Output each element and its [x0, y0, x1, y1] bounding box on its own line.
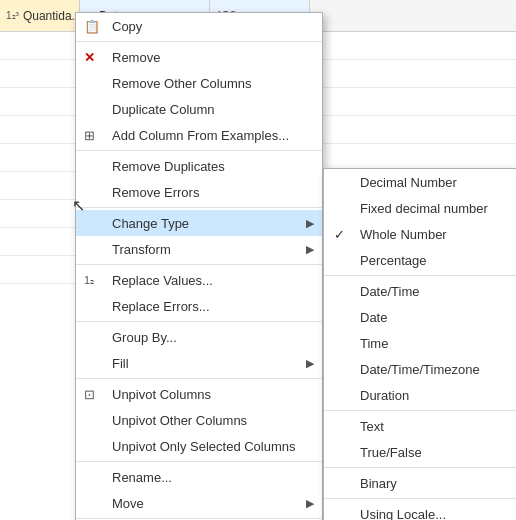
- context-menu: 📋 Copy ✕ Remove Remove Other Columns Dup…: [75, 12, 323, 520]
- menu-item-remove-dupes-label: Remove Duplicates: [112, 159, 225, 174]
- submenu-item-datetime[interactable]: Date/Time: [324, 278, 516, 304]
- menu-item-fill-label: Fill: [112, 356, 129, 371]
- cell-quantity: [0, 116, 80, 143]
- submenu-item-truefalse[interactable]: True/False: [324, 439, 516, 465]
- submenu-item-time[interactable]: Time: [324, 330, 516, 356]
- submenu-item-duration[interactable]: Duration: [324, 382, 516, 408]
- submenu-item-datetime-label: Date/Time: [360, 284, 419, 299]
- menu-item-unpivot-other-label: Unpivot Other Columns: [112, 413, 247, 428]
- menu-item-remove-other[interactable]: Remove Other Columns: [76, 70, 322, 96]
- menu-item-add-column-label: Add Column From Examples...: [112, 128, 289, 143]
- submenu-item-truefalse-label: True/False: [360, 445, 422, 460]
- menu-item-remove-other-label: Remove Other Columns: [112, 76, 251, 91]
- submenu-item-whole-label: Whole Number: [360, 227, 447, 242]
- submenu-item-decimal-label: Decimal Number: [360, 175, 457, 190]
- menu-item-group-by[interactable]: Group By...: [76, 324, 322, 350]
- submenu-item-fixed-decimal[interactable]: Fixed decimal number: [324, 195, 516, 221]
- menu-item-move[interactable]: Move ▶: [76, 490, 322, 516]
- submenu-item-percentage[interactable]: Percentage: [324, 247, 516, 273]
- menu-item-copy[interactable]: 📋 Copy: [76, 13, 322, 39]
- menu-item-duplicate[interactable]: Duplicate Column: [76, 96, 322, 122]
- submenu-item-duration-label: Duration: [360, 388, 409, 403]
- cell-quantity: [0, 256, 80, 283]
- cell-quantity: [0, 144, 80, 171]
- menu-separator: [76, 150, 322, 151]
- menu-item-add-column[interactable]: ⊞ Add Column From Examples...: [76, 122, 322, 148]
- submenu-item-decimal[interactable]: Decimal Number: [324, 169, 516, 195]
- menu-item-change-type-label: Change Type: [112, 216, 189, 231]
- menu-item-remove-errors-label: Remove Errors: [112, 185, 199, 200]
- menu-item-duplicate-label: Duplicate Column: [112, 102, 215, 117]
- submenu-item-time-label: Time: [360, 336, 388, 351]
- cell-quantity: [0, 88, 80, 115]
- menu-item-remove-errors[interactable]: Remove Errors: [76, 179, 322, 205]
- submenu-separator: [324, 410, 516, 411]
- cell-quantity: [0, 32, 80, 59]
- submenu-item-datetimezone[interactable]: Date/Time/Timezone: [324, 356, 516, 382]
- submenu-item-datetimezone-label: Date/Time/Timezone: [360, 362, 480, 377]
- menu-item-replace-errors-label: Replace Errors...: [112, 299, 210, 314]
- quantity-type-icon: 1₂³: [6, 10, 19, 21]
- unpivot-icon: ⊡: [84, 387, 95, 402]
- submenu-item-using-locale[interactable]: Using Locale...: [324, 501, 516, 520]
- menu-item-transform-label: Transform: [112, 242, 171, 257]
- col-header-quantity[interactable]: 1₂³ Quantida...: [0, 0, 80, 31]
- menu-item-replace-values-label: Replace Values...: [112, 273, 213, 288]
- menu-separator: [76, 321, 322, 322]
- submenu-item-date[interactable]: Date: [324, 304, 516, 330]
- menu-item-unpivot-label: Unpivot Columns: [112, 387, 211, 402]
- menu-separator: [76, 378, 322, 379]
- col-header-quantity-label: Quantida...: [23, 9, 80, 23]
- submenu-change-type: Decimal Number Fixed decimal number Whol…: [323, 168, 516, 520]
- submenu-separator: [324, 498, 516, 499]
- menu-item-remove[interactable]: ✕ Remove: [76, 44, 322, 70]
- menu-item-replace-errors[interactable]: Replace Errors...: [76, 293, 322, 319]
- change-type-arrow-icon: ▶: [306, 217, 314, 230]
- submenu-item-binary[interactable]: Binary: [324, 470, 516, 496]
- menu-separator: [76, 461, 322, 462]
- menu-separator: [76, 518, 322, 519]
- submenu-item-binary-label: Binary: [360, 476, 397, 491]
- menu-item-replace-values[interactable]: 1₂ Replace Values...: [76, 267, 322, 293]
- submenu-item-percentage-label: Percentage: [360, 253, 427, 268]
- menu-item-unpivot-other[interactable]: Unpivot Other Columns: [76, 407, 322, 433]
- cell-quantity: [0, 200, 80, 227]
- transform-arrow-icon: ▶: [306, 243, 314, 256]
- cell-quantity: [0, 228, 80, 255]
- menu-item-copy-label: Copy: [112, 19, 142, 34]
- submenu-item-using-locale-label: Using Locale...: [360, 507, 446, 521]
- submenu-item-date-label: Date: [360, 310, 387, 325]
- copy-icon: 📋: [84, 19, 100, 34]
- menu-item-group-by-label: Group By...: [112, 330, 177, 345]
- submenu-separator: [324, 275, 516, 276]
- remove-icon: ✕: [84, 50, 95, 65]
- menu-item-unpivot[interactable]: ⊡ Unpivot Columns: [76, 381, 322, 407]
- menu-item-fill[interactable]: Fill ▶: [76, 350, 322, 376]
- menu-item-change-type[interactable]: Change Type ▶: [76, 210, 322, 236]
- menu-separator: [76, 207, 322, 208]
- cell-quantity: [0, 172, 80, 199]
- add-column-icon: ⊞: [84, 128, 95, 143]
- menu-item-rename[interactable]: Rename...: [76, 464, 322, 490]
- menu-separator: [76, 41, 322, 42]
- menu-item-unpivot-selected[interactable]: Unpivot Only Selected Columns: [76, 433, 322, 459]
- fill-arrow-icon: ▶: [306, 357, 314, 370]
- submenu-item-text-label: Text: [360, 419, 384, 434]
- menu-item-transform[interactable]: Transform ▶: [76, 236, 322, 262]
- submenu-item-text[interactable]: Text: [324, 413, 516, 439]
- cell-quantity: [0, 60, 80, 87]
- menu-separator: [76, 264, 322, 265]
- menu-item-remove-dupes[interactable]: Remove Duplicates: [76, 153, 322, 179]
- submenu-separator: [324, 467, 516, 468]
- menu-item-unpivot-selected-label: Unpivot Only Selected Columns: [112, 439, 296, 454]
- submenu-item-whole[interactable]: Whole Number: [324, 221, 516, 247]
- submenu-item-fixed-decimal-label: Fixed decimal number: [360, 201, 488, 216]
- menu-item-remove-label: Remove: [112, 50, 160, 65]
- menu-item-move-label: Move: [112, 496, 144, 511]
- replace-values-icon: 1₂: [84, 274, 94, 287]
- move-arrow-icon: ▶: [306, 497, 314, 510]
- menu-item-rename-label: Rename...: [112, 470, 172, 485]
